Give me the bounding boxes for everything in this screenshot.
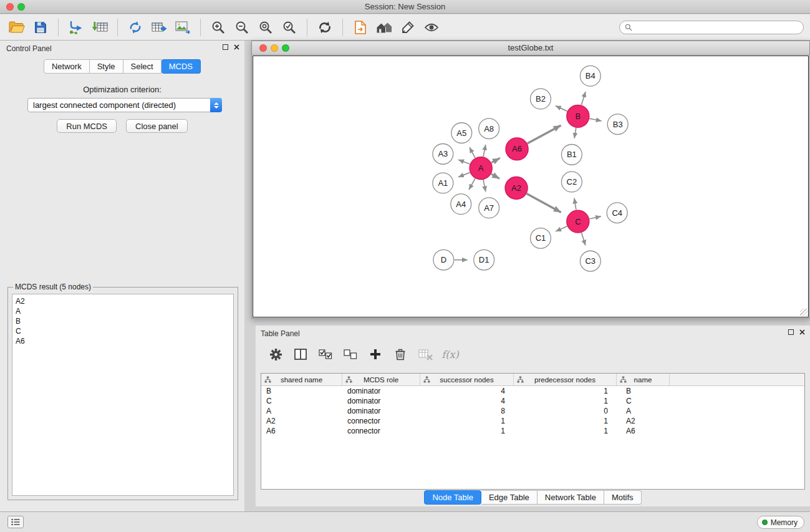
refresh-button[interactable] <box>313 17 337 38</box>
table-row[interactable]: A6connector11A6 <box>261 426 804 436</box>
zoom-fit-button[interactable] <box>254 17 277 38</box>
table-row[interactable]: A2connector11A2 <box>261 416 804 426</box>
table-row[interactable]: Cdominator41C <box>261 396 804 406</box>
graph-node-C[interactable]: C <box>567 210 589 233</box>
graph-node-A5[interactable]: A5 <box>451 123 472 143</box>
graph-node-A8[interactable]: A8 <box>479 118 499 139</box>
graph-node-C1[interactable]: C1 <box>531 228 551 249</box>
graph-node-A6[interactable]: A6 <box>506 138 528 160</box>
graph-edge-A2-C[interactable] <box>527 194 561 213</box>
optimization-dropdown[interactable]: largest connected component (directed) <box>27 98 222 112</box>
cell-shared-name[interactable]: A <box>261 406 342 416</box>
column-header-name[interactable]: name <box>617 374 670 385</box>
graph-edge-A-A5[interactable] <box>470 147 475 158</box>
graph-edge-B-B1[interactable] <box>574 128 576 138</box>
graph-node-A3[interactable]: A3 <box>433 143 453 164</box>
graph-edge-C-C4[interactable] <box>589 216 601 219</box>
graph-edge-C-C2[interactable] <box>574 198 576 210</box>
graph-node-C2[interactable]: C2 <box>561 172 582 192</box>
export-table-button[interactable] <box>147 17 171 38</box>
graph-edge-A-A1[interactable] <box>458 173 470 177</box>
split-columns-button[interactable] <box>289 344 312 364</box>
column-header-predecessor-nodes[interactable]: predecessor nodes <box>514 374 617 385</box>
network-window-titlebar[interactable]: testGlobe.txt <box>252 41 809 55</box>
search-box[interactable] <box>619 21 804 34</box>
network-minimize-traffic-light-icon[interactable] <box>271 44 278 52</box>
tab-motifs[interactable]: Motifs <box>604 490 642 505</box>
cell-predecessor-nodes[interactable]: 1 <box>514 416 617 426</box>
network-zoom-traffic-light-icon[interactable] <box>282 44 289 52</box>
column-header-MCDS-role[interactable]: MCDS role <box>342 374 420 385</box>
style-button[interactable] <box>396 17 420 38</box>
open-button[interactable] <box>5 17 29 38</box>
export-network-button[interactable] <box>123 17 147 38</box>
import-table-button[interactable] <box>88 17 112 38</box>
cell-successor-nodes[interactable]: 1 <box>420 426 514 436</box>
graph-node-C4[interactable]: C4 <box>607 203 627 223</box>
float-panel-icon[interactable] <box>223 44 228 50</box>
cell-successor-nodes[interactable]: 4 <box>420 386 514 396</box>
network-canvas[interactable]: B4B2BB3A5A8A6B1A3AC2A1A2A4A7C4CC1C3DD1 <box>253 56 809 317</box>
close-panel-button[interactable]: Close panel <box>126 119 188 133</box>
graph-node-B[interactable]: B <box>567 105 589 127</box>
table-row[interactable]: Bdominator41B <box>261 386 804 396</box>
graph-node-A[interactable]: A <box>470 157 492 180</box>
graph-edge-A-A3[interactable] <box>458 160 470 164</box>
cell-predecessor-nodes[interactable]: 1 <box>514 386 617 396</box>
zoom-selected-button[interactable] <box>277 17 301 38</box>
cell-MCDS-role[interactable]: connector <box>342 426 420 436</box>
cell-predecessor-nodes[interactable]: 1 <box>514 426 617 436</box>
graph-edge-B-B2[interactable] <box>556 106 567 112</box>
export-image-button[interactable] <box>171 17 195 38</box>
cell-name[interactable]: B <box>617 386 670 396</box>
select-all-button[interactable] <box>314 344 337 364</box>
tab-network[interactable]: Network <box>44 59 90 74</box>
graph-node-B1[interactable]: B1 <box>561 144 582 165</box>
graph-edge-C-C3[interactable] <box>582 233 586 245</box>
graph-edge-B-B3[interactable] <box>589 118 601 121</box>
column-header-shared-name[interactable]: shared name <box>261 374 342 385</box>
cell-successor-nodes[interactable]: 1 <box>420 416 514 426</box>
graph-node-B2[interactable]: B2 <box>531 89 551 109</box>
cell-name[interactable]: A6 <box>617 426 670 436</box>
cell-shared-name[interactable]: C <box>261 396 342 406</box>
mcds-result-list[interactable]: A2ABCA6 <box>12 294 234 496</box>
graph-edge-A6-B[interactable] <box>528 125 561 143</box>
mcds-result-item[interactable]: A6 <box>16 336 230 346</box>
zoom-in-button[interactable] <box>206 17 230 38</box>
graph-node-A1[interactable]: A1 <box>433 173 453 193</box>
gear-button[interactable] <box>264 344 287 364</box>
tab-network-table[interactable]: Network Table <box>538 490 604 505</box>
column-header-successor-nodes[interactable]: successor nodes <box>420 374 514 385</box>
search-input[interactable] <box>635 22 803 33</box>
network-close-traffic-light-icon[interactable] <box>259 44 267 52</box>
graph-node-B3[interactable]: B3 <box>607 114 628 135</box>
graph-node-A2[interactable]: A2 <box>505 177 528 200</box>
session-file-button[interactable] <box>349 17 372 38</box>
graph-node-A4[interactable]: A4 <box>451 194 471 215</box>
cell-predecessor-nodes[interactable]: 0 <box>514 406 617 416</box>
tab-select[interactable]: Select <box>123 59 162 74</box>
run-mcds-button[interactable]: Run MCDS <box>57 119 117 133</box>
mcds-result-item[interactable]: C <box>16 326 230 336</box>
delete-button[interactable] <box>389 344 412 364</box>
network-graph[interactable]: B4B2BB3A5A8A6B1A3AC2A1A2A4A7C4CC1C3DD1 <box>253 56 808 317</box>
graph-edge-A-A4[interactable] <box>469 178 475 190</box>
graph-node-B4[interactable]: B4 <box>580 65 600 86</box>
task-history-button[interactable] <box>7 516 24 528</box>
graph-node-D[interactable]: D <box>433 249 454 270</box>
zoom-out-button[interactable] <box>230 17 254 38</box>
home-button[interactable] <box>372 17 396 38</box>
graph-node-C3[interactable]: C3 <box>580 251 600 271</box>
memory-button[interactable]: Memory <box>757 516 804 529</box>
cell-successor-nodes[interactable]: 4 <box>420 396 514 406</box>
cell-name[interactable]: A <box>617 406 670 416</box>
resize-grip[interactable] <box>800 309 808 316</box>
import-network-button[interactable] <box>64 17 88 38</box>
cell-name[interactable]: A2 <box>617 416 670 426</box>
deselect-all-button[interactable] <box>339 344 362 364</box>
graph-edge-A-A7[interactable] <box>483 180 486 191</box>
close-panel-icon[interactable] <box>799 329 805 335</box>
tab-node-table[interactable]: Node Table <box>424 490 481 505</box>
close-panel-icon[interactable] <box>234 44 239 50</box>
